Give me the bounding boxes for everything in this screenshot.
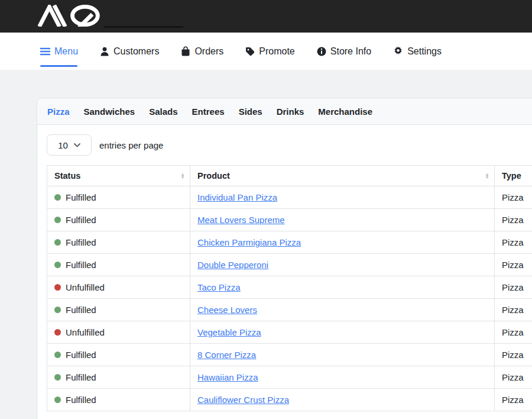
table-row: Fulfilled Individual Pan Pizza Pizza [47, 186, 532, 209]
status-cell: Fulfilled [47, 366, 190, 389]
type-cell: Pizza [495, 231, 532, 254]
status-dot-icon [54, 307, 61, 313]
product-cell: Individual Pan Pizza [190, 186, 495, 209]
status-label: Unfulfilled [66, 327, 105, 337]
table-row: Fulfilled Hawaiian Pizza Pizza [47, 366, 532, 389]
status-cell: Unfulfilled [47, 321, 190, 344]
product-link[interactable]: Individual Pan Pizza [197, 192, 277, 202]
product-cell: Vegetable Pizza [190, 321, 495, 344]
status-dot-icon [54, 329, 61, 336]
type-cell: Pizza [495, 186, 532, 209]
table-body: Fulfilled Individual Pan Pizza Pizza Ful… [47, 186, 532, 411]
table-row: Fulfilled Chicken Parmigiana Pizza Pizza [47, 231, 532, 254]
topbar-accent-strip [103, 26, 183, 28]
status-cell: Fulfilled [47, 186, 190, 209]
tab-merchandise[interactable]: Merchandise [318, 107, 372, 117]
nav-item-label: Customers [113, 46, 159, 57]
status-cell: Fulfilled [47, 231, 190, 254]
tab-sides[interactable]: Sides [239, 107, 262, 117]
status-label: Fulfilled [66, 215, 96, 225]
status-dot-icon [54, 352, 61, 358]
product-link[interactable]: Double Pepperoni [197, 260, 268, 270]
category-tabs: Pizza Sandwiches Salads Entrees Sides Dr… [37, 98, 532, 125]
table-row: Fulfilled 8 Corner Pizza Pizza [47, 344, 532, 366]
type-cell: Pizza [495, 389, 532, 411]
products-table-wrap: Status ▴▾ Product ▴▾ Type Fulfill [37, 165, 532, 411]
nav-item-label: Store Info [330, 46, 371, 57]
nav-item-promote[interactable]: Promote [245, 46, 294, 57]
bag-icon [181, 46, 190, 56]
nav-item-label: Settings [407, 46, 442, 57]
status-cell: Fulfilled [47, 299, 190, 321]
column-header-status[interactable]: Status ▴▾ [47, 166, 190, 186]
status-dot-icon [54, 217, 61, 223]
column-header-product[interactable]: Product ▴▾ [190, 166, 495, 186]
menu-panel: Pizza Sandwiches Salads Entrees Sides Dr… [37, 98, 532, 419]
product-cell: Chicken Parmigiana Pizza [190, 231, 495, 254]
info-circle-icon [317, 47, 326, 56]
nav-item-label: Orders [194, 46, 223, 57]
status-label: Fulfilled [66, 372, 96, 382]
table-row: Fulfilled Cheese Lovers Pizza [47, 299, 532, 321]
type-cell: Pizza [495, 254, 532, 276]
nav-item-menu[interactable]: Menu [40, 46, 78, 57]
nav-item-label: Promote [259, 46, 294, 57]
status-label: Fulfilled [66, 305, 96, 315]
status-cell: Fulfilled [47, 209, 190, 231]
product-link[interactable]: Cheese Lovers [197, 305, 257, 315]
column-header-type[interactable]: Type [495, 166, 532, 186]
status-dot-icon [54, 284, 61, 291]
product-link[interactable]: Cauliflower Crust Pizza [197, 395, 289, 405]
page-size-select[interactable]: 10 [47, 134, 92, 156]
entries-per-page-row: 10 entries per page [37, 125, 532, 165]
tab-drinks[interactable]: Drinks [277, 107, 304, 117]
page-size-value: 10 [58, 140, 68, 150]
product-link[interactable]: Chicken Parmigiana Pizza [197, 237, 301, 247]
table-row: Fulfilled Cauliflower Crust Pizza Pizza [47, 389, 532, 411]
nav-item-store-info[interactable]: Store Info [317, 46, 371, 57]
status-cell: Unfulfilled [47, 276, 190, 299]
table-row: Fulfilled Meat Lovers Supreme Pizza [47, 209, 532, 231]
product-cell: Taco Pizza [190, 276, 495, 299]
nav-item-customers[interactable]: Customers [100, 46, 159, 57]
status-dot-icon [54, 239, 61, 246]
sort-icon: ▴▾ [181, 173, 184, 179]
type-cell: Pizza [495, 344, 532, 366]
type-cell: Pizza [495, 321, 532, 344]
status-cell: Fulfilled [47, 389, 190, 411]
status-dot-icon [54, 262, 61, 268]
product-cell: Cauliflower Crust Pizza [190, 389, 495, 411]
entries-per-page-label: entries per page [99, 140, 163, 150]
tab-entrees[interactable]: Entrees [192, 107, 225, 117]
status-label: Unfulfilled [66, 282, 105, 292]
product-link[interactable]: Hawaiian Pizza [197, 372, 258, 382]
product-link[interactable]: 8 Corner Pizza [197, 350, 256, 360]
nav-item-settings[interactable]: Settings [393, 46, 442, 57]
status-label: Fulfilled [66, 395, 96, 405]
nav-item-orders[interactable]: Orders [181, 46, 223, 57]
product-cell: Hawaiian Pizza [190, 366, 495, 389]
status-label: Fulfilled [66, 260, 96, 270]
gear-icon [393, 46, 403, 56]
type-cell: Pizza [495, 276, 532, 299]
nav-item-label: Menu [54, 46, 78, 57]
status-label: Fulfilled [66, 192, 96, 202]
tag-icon [245, 47, 255, 56]
tab-salads[interactable]: Salads [149, 107, 177, 117]
product-link[interactable]: Meat Lovers Supreme [197, 215, 285, 225]
status-label: Fulfilled [66, 350, 96, 360]
chevron-down-icon [74, 143, 80, 147]
product-cell: Meat Lovers Supreme [190, 209, 495, 231]
product-link[interactable]: Taco Pizza [197, 282, 241, 292]
active-tab-indicator [40, 65, 77, 67]
tab-pizza[interactable]: Pizza [47, 107, 70, 117]
table-row: Fulfilled Double Pepperoni Pizza [47, 254, 532, 276]
tab-sandwiches[interactable]: Sandwiches [84, 107, 135, 117]
aiq-logo-icon [38, 5, 107, 27]
hamburger-icon [40, 47, 50, 56]
status-label: Fulfilled [66, 237, 96, 247]
status-dot-icon [54, 374, 61, 381]
status-cell: Fulfilled [47, 254, 190, 276]
product-link[interactable]: Vegetable Pizza [197, 327, 261, 337]
status-dot-icon [54, 397, 61, 403]
